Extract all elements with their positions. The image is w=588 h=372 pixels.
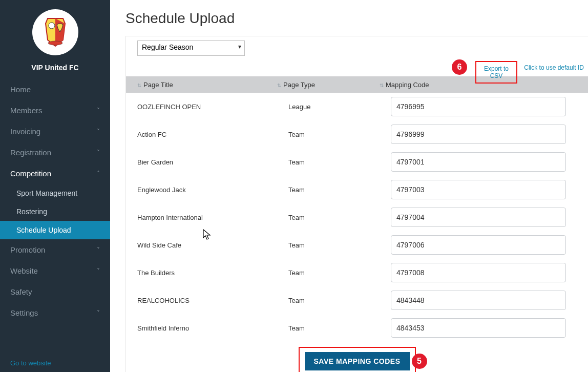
chevron-down-icon: ˅ (97, 107, 100, 114)
save-row: SAVE MAPPING CODES 5 (126, 342, 588, 372)
sidebar-item-label: Registration (10, 148, 51, 157)
sidebar-item-safety[interactable]: Safety (0, 281, 110, 302)
cell-page-title: Smithfield Inferno (137, 324, 288, 332)
sidebar-item-members[interactable]: Members˅ (0, 100, 110, 121)
export-row: 6 Export to CSV Click to use default ID (126, 59, 588, 74)
logo-wrap (0, 0, 110, 59)
sidebar-item-label: Website (10, 266, 38, 275)
chevron-down-icon: ˅ (97, 267, 100, 275)
sidebar-item-label: Settings (10, 308, 38, 317)
sidebar-subitem-sport-management[interactable]: Sport Management (0, 184, 110, 202)
sidebar-item-website[interactable]: Website˅ (0, 260, 110, 281)
cell-page-title: The Builders (137, 269, 288, 277)
cell-mapping-code (391, 208, 588, 227)
mapping-code-input[interactable] (391, 180, 566, 199)
table-row: Action FCTeam (126, 120, 588, 148)
cell-mapping-code (391, 152, 588, 172)
mapping-code-input[interactable] (391, 318, 566, 338)
cell-page-title: Bier Garden (137, 158, 288, 166)
cell-page-type: Team (288, 214, 391, 221)
annotation-badge-5: 5 (412, 354, 427, 369)
table-row: Hampton InternationalTeam (126, 203, 588, 231)
sidebar-item-label: Safety (10, 287, 32, 296)
save-highlight-box: SAVE MAPPING CODES 5 (299, 347, 416, 372)
sidebar-item-invoicing[interactable]: Invoicing˅ (0, 121, 110, 142)
nav: HomeMembers˅Invoicing˅Registration˅Compe… (0, 79, 110, 323)
sidebar-item-promotion[interactable]: Promotion˅ (0, 239, 110, 260)
mapping-code-input[interactable] (391, 263, 566, 282)
cell-page-type: Team (288, 186, 391, 194)
sidebar-item-label: Members (10, 106, 43, 115)
col-header-title[interactable]: ⇅Page Title (126, 81, 277, 89)
cell-page-title: REALCOHOLICS (137, 297, 288, 304)
cell-mapping-code (391, 180, 588, 199)
sort-icon: ⇅ (137, 82, 141, 88)
cell-mapping-code (391, 97, 588, 116)
org-logo (32, 9, 78, 55)
season-select-value: Regular Season (142, 43, 193, 51)
sidebar-item-label: Home (10, 85, 31, 94)
mapping-code-input[interactable] (391, 152, 566, 172)
svg-point-2 (48, 41, 62, 45)
table-row: OOZLEFINCH OPENLeague (126, 93, 588, 120)
mapping-code-input[interactable] (391, 97, 566, 116)
table-row: Smithfield InfernoTeam (126, 314, 588, 342)
annotation-badge-6: 6 (452, 59, 467, 75)
cell-page-title: Action FC (137, 131, 288, 138)
sort-icon: ⇅ (277, 82, 281, 88)
sidebar-item-label: Promotion (10, 245, 45, 254)
chevron-down-icon: ˅ (97, 128, 100, 135)
sidebar-item-registration[interactable]: Registration˅ (0, 142, 110, 163)
cell-page-type: Team (288, 269, 391, 277)
main: Schedule Upload Regular Season 6 Export … (110, 0, 588, 372)
cell-page-title: Hampton International (137, 214, 288, 221)
page-title: Schedule Upload (110, 0, 588, 37)
nav-sub: Sport ManagementRosteringSchedule Upload (0, 184, 110, 239)
cell-mapping-code (391, 125, 588, 144)
cell-mapping-code (391, 291, 588, 310)
table-row: Englewood JackTeam (126, 176, 588, 203)
mapping-code-input[interactable] (391, 208, 566, 227)
chevron-down-icon: ˅ (97, 246, 100, 254)
sidebar-subitem-schedule-upload[interactable]: Schedule Upload (0, 221, 110, 239)
sidebar-item-label: Invoicing (10, 127, 40, 136)
cell-page-type: Team (288, 158, 391, 166)
col-header-type[interactable]: ⇅Page Type (277, 81, 380, 89)
table-row: Bier GardenTeam (126, 148, 588, 176)
cell-page-type: League (288, 103, 391, 111)
cell-page-type: Team (288, 131, 391, 138)
cell-mapping-code (391, 263, 588, 282)
table-row: The BuildersTeam (126, 259, 588, 286)
cell-mapping-code (391, 235, 588, 255)
season-select-wrap: Regular Season (137, 40, 588, 56)
cell-page-type: Team (288, 241, 391, 249)
table-header: ⇅Page Title ⇅Page Type ⇅Mapping Code (126, 76, 588, 93)
sort-icon: ⇅ (380, 82, 384, 88)
mapping-code-input[interactable] (391, 235, 566, 255)
chevron-down-icon: ˅ (97, 309, 100, 317)
chevron-up-icon: ˄ (97, 170, 100, 177)
sidebar-item-home[interactable]: Home (0, 79, 110, 100)
chevron-down-icon: ˅ (97, 149, 100, 156)
cell-page-title: Englewood Jack (137, 186, 288, 194)
cell-page-title: OOZLEFINCH OPEN (137, 103, 288, 111)
export-to-csv-link[interactable]: Export to CSV (475, 61, 517, 84)
table-row: REALCOHOLICSTeam (126, 286, 588, 314)
sidebar-item-settings[interactable]: Settings˅ (0, 302, 110, 323)
go-to-website-link[interactable]: Go to website (10, 359, 51, 367)
cell-mapping-code (391, 318, 588, 338)
mapping-code-input[interactable] (391, 291, 566, 310)
sidebar-item-competition[interactable]: Competition˄ (0, 163, 110, 184)
mapping-code-input[interactable] (391, 125, 566, 144)
season-select[interactable]: Regular Season (137, 40, 245, 56)
use-default-id-link[interactable]: Click to use default ID (524, 64, 584, 71)
sidebar: VIP United FC HomeMembers˅Invoicing˅Regi… (0, 0, 110, 372)
save-mapping-codes-button[interactable]: SAVE MAPPING CODES (305, 352, 410, 370)
org-name: VIP United FC (0, 59, 110, 79)
svg-point-1 (49, 23, 55, 29)
cell-page-type: Team (288, 324, 391, 332)
content-box: Regular Season 6 Export to CSV Click to … (125, 36, 588, 372)
sidebar-subitem-rostering[interactable]: Rostering (0, 202, 110, 221)
table-body: OOZLEFINCH OPENLeagueAction FCTeamBier G… (126, 93, 588, 342)
table-row: Wild Side CafeTeam (126, 231, 588, 259)
